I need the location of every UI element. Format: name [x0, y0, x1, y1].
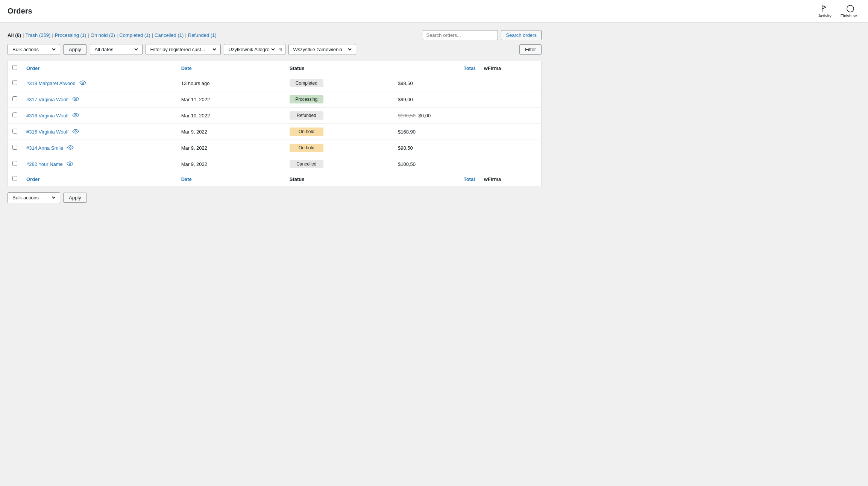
- total-cell: $168,90: [393, 124, 480, 140]
- bulk-actions-select-bottom[interactable]: Bulk actions: [11, 194, 57, 201]
- status-cell: On hold: [285, 140, 393, 156]
- tab-cancelled[interactable]: Cancelled (1): [155, 32, 184, 38]
- footer-select-all-checkbox[interactable]: [12, 176, 17, 181]
- finish-setup-button[interactable]: Finish se...: [841, 5, 860, 18]
- eye-icon[interactable]: [72, 129, 79, 135]
- footer-col-date[interactable]: Date: [177, 172, 285, 186]
- eye-icon[interactable]: [67, 145, 74, 151]
- table-footer-row: Order Date Status Total wFirma: [8, 172, 542, 186]
- bulk-actions-select[interactable]: Bulk actions: [11, 46, 57, 53]
- bulk-actions-dropdown-bottom[interactable]: Bulk actions: [8, 192, 60, 203]
- row-checkbox[interactable]: [12, 80, 17, 85]
- footer-col-total[interactable]: Total: [393, 172, 480, 186]
- apply-button-bottom[interactable]: Apply: [63, 193, 87, 203]
- tab-refunded[interactable]: Refunded (1): [188, 32, 217, 38]
- bottom-toolbar: Bulk actions Apply: [8, 192, 542, 203]
- total-cell: $100,50: [393, 156, 480, 172]
- col-date-header[interactable]: Date: [177, 61, 285, 75]
- wfirma-cell: [480, 140, 542, 156]
- filter-tabs-row: All (6) | Trash (259) | Processing (1) |…: [8, 30, 542, 40]
- apply-button-top[interactable]: Apply: [63, 44, 87, 55]
- orders-table: Order Date Status Total wFirma: [8, 61, 542, 186]
- row-checkbox[interactable]: [12, 96, 17, 101]
- select-all-checkbox[interactable]: [12, 65, 17, 70]
- order-link[interactable]: #317 Virginia Woolf: [26, 97, 68, 102]
- row-checkbox-cell[interactable]: [8, 91, 22, 108]
- search-area: Search orders: [423, 30, 542, 40]
- activity-button[interactable]: Activity: [818, 5, 832, 18]
- eye-icon[interactable]: [72, 96, 79, 102]
- status-badge: On hold: [290, 144, 323, 152]
- tab-completed[interactable]: Completed (1): [119, 32, 150, 38]
- row-checkbox-cell[interactable]: [8, 108, 22, 124]
- all-dates-select[interactable]: All dates: [93, 46, 139, 53]
- order-link[interactable]: #316 Virginia Woolf: [26, 113, 68, 118]
- date-cell: Mar 9, 2022: [177, 156, 285, 172]
- all-orders-dropdown[interactable]: Wszystkie zamówienia: [288, 44, 356, 55]
- customer-filter-select[interactable]: Filter by registered cust...: [149, 46, 217, 53]
- svg-point-1: [82, 82, 83, 84]
- status-cell: On hold: [285, 124, 393, 140]
- customer-filter-dropdown[interactable]: Filter by registered cust...: [146, 44, 221, 55]
- col-order-header[interactable]: Order: [22, 61, 177, 75]
- col-total-header[interactable]: Total: [393, 61, 480, 75]
- total-cell: $100,50 $0,00: [393, 108, 480, 124]
- svg-point-5: [70, 147, 71, 148]
- all-dates-dropdown[interactable]: All dates: [90, 44, 143, 55]
- bulk-actions-dropdown[interactable]: Bulk actions: [8, 44, 60, 55]
- order-link[interactable]: #282 Your Name: [26, 161, 63, 167]
- all-orders-select[interactable]: Wszystkie zamówienia: [292, 46, 353, 53]
- row-checkbox-cell[interactable]: [8, 75, 22, 91]
- select-all-col[interactable]: [8, 61, 22, 75]
- tab-on-hold[interactable]: On hold (2): [91, 32, 115, 38]
- order-cell: #316 Virginia Woolf: [22, 108, 177, 124]
- footer-col-order[interactable]: Order: [22, 172, 177, 186]
- order-cell: #315 Virginia Woolf: [22, 124, 177, 140]
- order-link[interactable]: #314 Anna Smile: [26, 145, 63, 151]
- order-link[interactable]: #315 Virginia Woolf: [26, 129, 68, 135]
- flag-icon: [821, 5, 829, 13]
- status-cell: Processing: [285, 91, 393, 108]
- status-badge: Cancelled: [290, 160, 323, 168]
- eye-icon[interactable]: [67, 161, 73, 167]
- eye-icon[interactable]: [79, 80, 86, 86]
- row-checkbox-cell[interactable]: [8, 124, 22, 140]
- date-cell: Mar 9, 2022: [177, 140, 285, 156]
- order-link[interactable]: #318 Margaret Atwood: [26, 80, 76, 86]
- total-cell: $98,50: [393, 140, 480, 156]
- tab-all[interactable]: All (6): [8, 32, 21, 38]
- table-row: #318 Margaret Atwood 13 hours agoComplet…: [8, 75, 542, 91]
- allegro-user-dropdown[interactable]: Użytkownik Allegro ⊞: [224, 44, 285, 55]
- tab-trash[interactable]: Trash (259): [26, 32, 51, 38]
- row-checkbox-cell[interactable]: [8, 156, 22, 172]
- allegro-user-select[interactable]: Użytkownik Allegro: [227, 46, 276, 53]
- row-checkbox[interactable]: [12, 129, 17, 134]
- page-title: Orders: [8, 7, 32, 15]
- eye-icon[interactable]: [72, 112, 79, 118]
- order-cell: #314 Anna Smile: [22, 140, 177, 156]
- search-button[interactable]: Search orders: [501, 30, 542, 40]
- footer-col-wfirma: wFirma: [480, 172, 542, 186]
- status-badge: Processing: [290, 95, 323, 103]
- top-bar-right: Activity Finish se...: [818, 5, 860, 18]
- total-original: $100,50: [398, 113, 416, 118]
- row-checkbox[interactable]: [12, 161, 17, 166]
- order-cell: #317 Virginia Woolf: [22, 91, 177, 108]
- row-checkbox[interactable]: [12, 112, 17, 117]
- footer-col-status: Status: [285, 172, 393, 186]
- wfirma-cell: [480, 108, 542, 124]
- row-checkbox-cell[interactable]: [8, 140, 22, 156]
- footer-select-col[interactable]: [8, 172, 22, 186]
- date-cell: 13 hours ago: [177, 75, 285, 91]
- filter-button[interactable]: Filter: [519, 44, 542, 55]
- status-cell: Cancelled: [285, 156, 393, 172]
- total-cell: $99,00: [393, 91, 480, 108]
- content-area: All (6) | Trash (259) | Processing (1) |…: [0, 23, 549, 218]
- table-row: #282 Your Name Mar 9, 2022Cancelled$100,…: [8, 156, 542, 172]
- row-checkbox[interactable]: [12, 145, 17, 150]
- tab-processing[interactable]: Processing (1): [55, 32, 86, 38]
- wfirma-cell: [480, 91, 542, 108]
- total-cell: $98,50: [393, 75, 480, 91]
- circle-icon: [846, 5, 854, 13]
- search-input[interactable]: [423, 30, 498, 40]
